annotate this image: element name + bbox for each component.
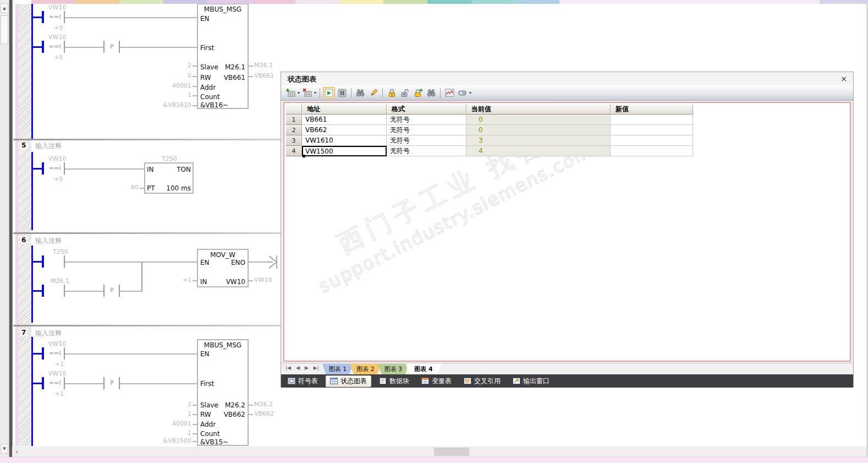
wire — [120, 291, 142, 292]
compare-contact[interactable]: ==I — [49, 379, 61, 386]
format-cell[interactable]: 无符号 — [387, 135, 466, 146]
first-tab-icon[interactable]: |◀ — [285, 365, 291, 371]
play-icon — [325, 89, 333, 97]
insert-row-button[interactable] — [285, 87, 297, 99]
mbus-msg-block[interactable]: MBUS_MSG EN First Slave M26.2 RW VB662 A… — [197, 339, 249, 446]
mov-w-block[interactable]: MOV_W EN ENO IN VW10 — [197, 249, 249, 287]
pencil-icon — [369, 88, 378, 97]
network-number[interactable]: 7 — [20, 329, 28, 336]
status-chart-toolbar: ▾ ▾ — [281, 85, 853, 101]
bar-item-status-chart[interactable]: 状态图表 — [326, 375, 371, 387]
unforce-button[interactable] — [399, 87, 411, 99]
prev-tab-icon[interactable]: ◀ — [296, 365, 300, 371]
network-comment[interactable]: 输入注释 — [35, 329, 62, 338]
pin-tick — [249, 76, 253, 77]
left-vertical-scrollbar[interactable] — [0, 0, 9, 457]
pin-output-operand: VW10 — [254, 276, 272, 284]
new-value-cell[interactable] — [611, 146, 693, 156]
force-all-button[interactable] — [412, 87, 424, 99]
address-cell[interactable]: VB661 — [302, 115, 387, 125]
pin-count: Count — [200, 430, 220, 438]
chart-status-pause-button[interactable] — [336, 87, 348, 99]
tab-chart-4[interactable]: 图表 4 — [405, 363, 441, 374]
pin-done-value: M26.2 — [225, 401, 245, 409]
dropdown-arrow-icon[interactable]: ▾ — [469, 90, 471, 95]
vertical-scroll-thumb[interactable] — [1, 15, 8, 44]
bar-item-output-window[interactable]: 输出窗口 — [508, 375, 554, 387]
bar-item-cross-reference[interactable]: 交叉引用 — [459, 375, 505, 387]
last-tab-icon[interactable]: ▶| — [314, 365, 319, 371]
cell-focus-handle[interactable] — [303, 155, 305, 157]
row-number-cell[interactable]: 4 — [285, 146, 302, 156]
operand-label: VW10 — [48, 370, 66, 377]
wire — [31, 46, 43, 48]
scroll-up-button[interactable]: ▲ — [1, 3, 8, 13]
chart-status-start-button[interactable] — [323, 87, 335, 99]
network-number[interactable]: 5 — [20, 141, 28, 149]
block-title: MBUS_MSG — [198, 6, 248, 13]
mbus-msg-block[interactable]: MBUS_MSG EN First Slave M26.1 RW VB661 A… — [197, 3, 249, 109]
bar-item-data-block[interactable]: 数据块 — [375, 375, 414, 387]
network-number[interactable]: 6 — [20, 236, 28, 244]
compare-contact[interactable]: ==I — [49, 165, 61, 172]
address-cell[interactable]: VW1610 — [302, 135, 387, 146]
pin-input-value: 1 — [188, 91, 191, 99]
compare-contact[interactable]: ==I — [49, 13, 61, 20]
close-button[interactable]: × — [839, 74, 849, 84]
ton-timer-block[interactable]: IN TON PT 100 ms — [144, 162, 194, 194]
tab-chart-3[interactable]: 图表 3 — [378, 364, 409, 374]
compare-contact[interactable]: ==I — [49, 350, 61, 357]
pin-rw: RW — [200, 411, 211, 418]
compare-contact[interactable]: ==I — [49, 43, 61, 50]
row-number-cell[interactable]: 2 — [285, 125, 302, 135]
toolbar-separator — [382, 88, 383, 98]
compare-value: +1 — [55, 361, 64, 368]
network-comment[interactable]: 输入注释 — [35, 141, 62, 151]
pin-tick — [249, 414, 253, 415]
trend-view-button[interactable] — [443, 87, 455, 99]
address-cell[interactable]: VB662 — [302, 125, 387, 135]
tab-chart-1[interactable]: 图表 1 — [322, 364, 354, 374]
block-title: MOV_W — [198, 251, 248, 259]
new-value-cell[interactable] — [611, 135, 693, 146]
annotation-button[interactable] — [457, 87, 469, 99]
delete-row-button[interactable] — [301, 87, 314, 99]
write-all-button[interactable] — [367, 87, 380, 99]
format-cell[interactable]: 无符号 — [387, 115, 466, 125]
positive-edge-contact[interactable]: P — [110, 287, 114, 294]
compare-value: +0 — [54, 54, 63, 61]
pin-rw: RW — [200, 74, 211, 81]
bar-item-variable-table[interactable]: 变量表 — [417, 375, 456, 387]
status-chart-window: 状态图表 × ▾ ▾ — [281, 72, 854, 387]
pin-input-value: 2 — [188, 401, 191, 408]
row-number-cell[interactable]: 1 — [285, 115, 302, 125]
address-cell-focused[interactable]: VW1500 — [302, 146, 387, 156]
data-block-icon — [379, 378, 387, 384]
tab-chart-2[interactable]: 图表 2 — [350, 364, 381, 374]
status-chart-titlebar[interactable]: 状态图表 × — [281, 72, 853, 85]
new-value-cell[interactable] — [611, 125, 693, 135]
read-forced-button[interactable] — [425, 87, 437, 99]
scroll-left-button[interactable]: ‹ — [12, 446, 22, 457]
next-tab-icon[interactable]: ▶ — [305, 365, 309, 371]
panel-splitter[interactable] — [9, 0, 13, 457]
network-comment[interactable]: 输入注释 — [35, 236, 62, 246]
force-button[interactable] — [386, 87, 398, 99]
positive-edge-contact[interactable]: P — [110, 379, 114, 386]
horizontal-scrollbar[interactable]: ‹ — [12, 446, 868, 457]
format-cell[interactable]: 无符号 — [387, 125, 466, 135]
new-value-cell[interactable] — [611, 115, 693, 125]
operand-label: VW10 — [48, 34, 66, 41]
lock-icon — [388, 88, 396, 97]
scroll-down-button[interactable]: ▼ — [1, 444, 8, 454]
positive-edge-contact[interactable]: P — [110, 43, 114, 50]
format-cell[interactable]: 无符号 — [387, 146, 466, 156]
dropdown-arrow-icon[interactable]: ▾ — [314, 90, 316, 95]
row-number-cell[interactable]: 3 — [285, 135, 302, 146]
read-all-button[interactable] — [354, 87, 366, 99]
horizontal-scroll-thumb[interactable] — [434, 448, 469, 456]
bar-item-symbol-table[interactable]: 符号表 — [283, 375, 322, 387]
wire — [65, 168, 144, 170]
contact-bar — [42, 162, 44, 175]
dropdown-arrow-icon[interactable]: ▾ — [298, 90, 300, 95]
